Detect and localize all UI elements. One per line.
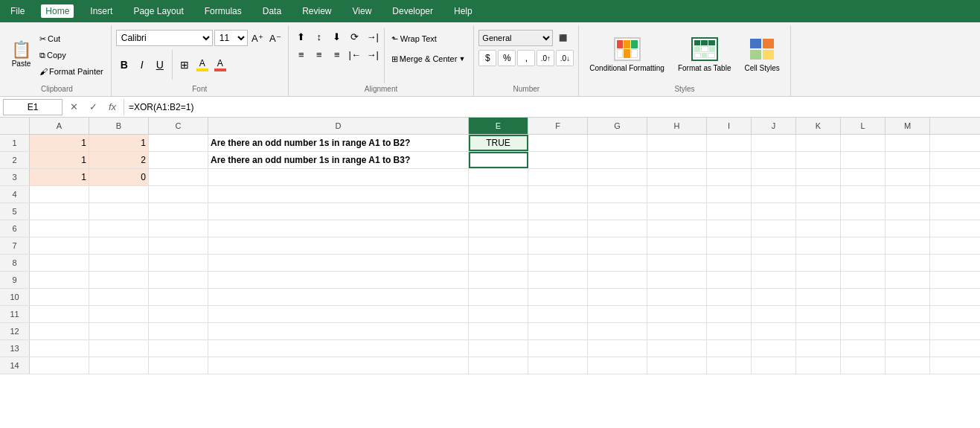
cell-i6[interactable] — [707, 220, 752, 237]
cell-l8[interactable] — [841, 255, 885, 271]
cell-c14[interactable] — [149, 357, 208, 374]
cell-e7[interactable] — [469, 237, 528, 254]
cell-d10[interactable] — [208, 289, 469, 305]
cell-h3[interactable] — [647, 169, 707, 185]
cell-l3[interactable] — [841, 169, 885, 185]
cell-f1[interactable] — [528, 135, 588, 151]
cell-c5[interactable] — [149, 203, 208, 220]
cell-m7[interactable] — [885, 237, 930, 254]
cell-b5[interactable] — [89, 203, 149, 220]
underline-button[interactable]: U — [152, 57, 168, 73]
cell-c4[interactable] — [149, 186, 208, 202]
cell-k3[interactable] — [796, 169, 841, 185]
cell-l12[interactable] — [841, 323, 885, 339]
cell-f7[interactable] — [528, 237, 588, 254]
cell-j8[interactable] — [752, 255, 796, 271]
cell-b12[interactable] — [89, 323, 149, 339]
cell-c12[interactable] — [149, 323, 208, 339]
row-num-8[interactable]: 8 — [0, 255, 30, 271]
cell-g13[interactable] — [588, 340, 647, 357]
cell-h12[interactable] — [647, 323, 707, 339]
increase-indent-button[interactable]: →| — [365, 46, 381, 63]
cell-i10[interactable] — [707, 289, 752, 305]
cell-a2[interactable]: 1 — [30, 152, 89, 168]
cell-i3[interactable] — [707, 169, 752, 185]
dollar-button[interactable]: $ — [478, 50, 496, 66]
cell-k8[interactable] — [796, 255, 841, 271]
corner-cell[interactable] — [0, 118, 30, 134]
cell-g5[interactable] — [588, 203, 647, 220]
cell-g8[interactable] — [588, 255, 647, 271]
menu-item-review[interactable]: Review — [298, 4, 336, 18]
cell-f3[interactable] — [528, 169, 588, 185]
cut-button[interactable]: ✂ Cut — [36, 31, 106, 46]
cell-k2[interactable] — [796, 152, 841, 168]
cell-f2[interactable] — [528, 152, 588, 168]
formula-function-button[interactable]: fx — [104, 99, 121, 115]
cell-c10[interactable] — [149, 289, 208, 305]
increase-decimal-button[interactable]: .0↑ — [537, 50, 554, 66]
cell-m10[interactable] — [885, 289, 930, 305]
cell-g7[interactable] — [588, 237, 647, 254]
cell-i8[interactable] — [707, 255, 752, 271]
cell-m3[interactable] — [885, 169, 930, 185]
row-num-3[interactable]: 3 — [0, 169, 30, 185]
cell-e12[interactable] — [469, 323, 528, 339]
cell-h11[interactable] — [647, 306, 707, 322]
cell-f11[interactable] — [528, 306, 588, 322]
cell-d12[interactable] — [208, 323, 469, 339]
cell-c7[interactable] — [149, 237, 208, 254]
cell-l7[interactable] — [841, 237, 885, 254]
cell-k13[interactable] — [796, 340, 841, 357]
cell-b9[interactable] — [89, 272, 149, 288]
merge-center-button[interactable]: ⊞ Merge & Center ▼ — [388, 51, 470, 67]
col-header-d[interactable]: D — [208, 118, 469, 134]
cell-b11[interactable] — [89, 306, 149, 322]
menu-item-view[interactable]: View — [348, 4, 377, 18]
cell-m2[interactable] — [885, 152, 930, 168]
borders-button[interactable]: ⊞ — [176, 57, 193, 73]
align-center-button[interactable]: ≡ — [311, 46, 327, 63]
cell-styles-button[interactable]: Cell Styles — [738, 34, 785, 76]
cell-e14[interactable] — [469, 357, 528, 374]
menu-item-file[interactable]: File — [6, 4, 29, 18]
cell-h7[interactable] — [647, 237, 707, 254]
cell-m6[interactable] — [885, 220, 930, 237]
cell-b2[interactable]: 2 — [89, 152, 149, 168]
cell-a4[interactable] — [30, 186, 89, 202]
cell-m4[interactable] — [885, 186, 930, 202]
cell-j3[interactable] — [752, 169, 796, 185]
cell-i4[interactable] — [707, 186, 752, 202]
cell-g2[interactable] — [588, 152, 647, 168]
formula-confirm-button[interactable]: ✓ — [85, 99, 101, 115]
cell-c13[interactable] — [149, 340, 208, 357]
cell-h8[interactable] — [647, 255, 707, 271]
cell-e13[interactable] — [469, 340, 528, 357]
row-num-11[interactable]: 11 — [0, 306, 30, 322]
row-num-6[interactable]: 6 — [0, 220, 30, 237]
cell-d1[interactable]: Are there an odd number 1s in range A1 t… — [208, 135, 469, 151]
cell-m13[interactable] — [885, 340, 930, 357]
row-num-5[interactable]: 5 — [0, 203, 30, 220]
cell-b3[interactable]: 0 — [89, 169, 149, 185]
cell-g11[interactable] — [588, 306, 647, 322]
wrap-text-button[interactable]: ⬑ Wrap Text — [388, 28, 470, 49]
cell-b13[interactable] — [89, 340, 149, 357]
cell-e5[interactable] — [469, 203, 528, 220]
copy-button[interactable]: ⧉ Copy — [36, 48, 106, 63]
cell-d5[interactable] — [208, 203, 469, 220]
formula-input[interactable] — [124, 99, 977, 115]
cell-g9[interactable] — [588, 272, 647, 288]
cell-k1[interactable] — [796, 135, 841, 151]
cell-e10[interactable] — [469, 289, 528, 305]
cell-k10[interactable] — [796, 289, 841, 305]
cell-f6[interactable] — [528, 220, 588, 237]
cell-j14[interactable] — [752, 357, 796, 374]
cell-k9[interactable] — [796, 272, 841, 288]
cell-c3[interactable] — [149, 169, 208, 185]
cell-b10[interactable] — [89, 289, 149, 305]
cell-a9[interactable] — [30, 272, 89, 288]
conditional-formatting-button[interactable]: Conditional Formatting — [583, 34, 670, 76]
cell-f9[interactable] — [528, 272, 588, 288]
cell-a10[interactable] — [30, 289, 89, 305]
